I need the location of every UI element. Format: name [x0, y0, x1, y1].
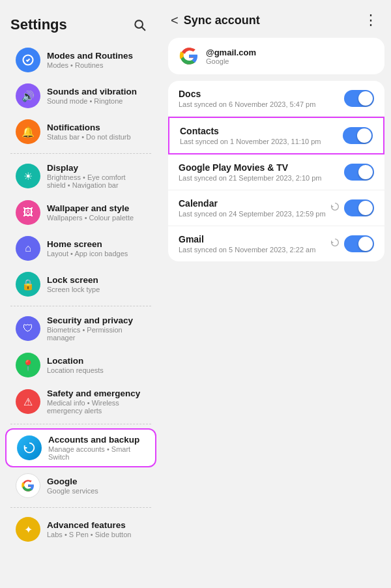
back-button[interactable]: < — [168, 10, 181, 31]
sidebar-item-subtitle-security: Biometrics • Permission manager — [47, 326, 146, 342]
sync-item-date-gmail: Last synced on 5 November 2023, 2:22 am — [179, 246, 315, 254]
modes-icon — [22, 53, 35, 66]
sidebar-item-title-lockscreen: Lock screen — [47, 275, 100, 285]
sidebar-item-google[interactable]: GoogleGoogle services — [5, 468, 156, 503]
svg-line-1 — [142, 27, 145, 31]
sync-refresh-icon-gmail — [330, 237, 340, 250]
sidebar-item-title-wallpaper: Wallpaper and style — [47, 203, 134, 213]
refresh-icon — [330, 237, 340, 248]
sync-item-name-google-play-movies: Google Play Movies & TV — [179, 162, 322, 173]
sidebar-item-icon-homescreen: ⌂ — [16, 236, 40, 261]
accounts-icon — [22, 441, 36, 455]
sync-item-date-contacts: Last synced on 1 November 2023, 11:10 pm — [180, 138, 321, 145]
sync-item-name-gmail: Gmail — [179, 234, 315, 244]
sidebar-item-subtitle-homescreen: Layout • App icon badges — [47, 250, 128, 257]
sidebar-item-subtitle-accounts-backup: Manage accounts • Smart Switch — [48, 445, 145, 461]
sync-items-card: DocsLast synced on 6 November 2023, 5:47… — [168, 81, 384, 261]
sync-item-text-gmail: GmailLast synced on 5 November 2023, 2:2… — [179, 234, 315, 254]
right-panel-header: < Sync account ⋮ — [162, 0, 391, 38]
sync-item-name-contacts: Contacts — [180, 126, 321, 136]
sync-item-docs[interactable]: DocsLast synced on 6 November 2023, 5:47… — [168, 81, 384, 117]
sidebar-item-subtitle-wallpaper: Wallpapers • Colour palette — [47, 214, 134, 222]
sidebar-item-icon-google — [16, 473, 40, 498]
sidebar-item-accounts-backup[interactable]: Accounts and backupManage accounts • Sma… — [5, 428, 156, 467]
sidebar-divider — [10, 306, 151, 306]
sync-item-contacts[interactable]: ContactsLast synced on 1 November 2023, … — [168, 117, 384, 154]
sidebar-item-title-homescreen: Home screen — [47, 239, 128, 249]
sidebar-item-subtitle-sounds-vibration: Sound mode • Ringtone — [47, 97, 137, 105]
sync-item-date-docs: Last synced on 6 November 2023, 5:47 pm — [179, 100, 315, 108]
sync-toggle-gmail[interactable] — [344, 235, 374, 252]
sidebar-item-icon-location: 📍 — [16, 353, 40, 377]
account-email: @gmail.com — [206, 48, 256, 57]
sidebar-item-title-modes-routines: Modes and Routines — [47, 51, 133, 61]
sidebar-item-icon-security: 🛡 — [16, 316, 40, 341]
search-button[interactable] — [128, 13, 151, 37]
account-card: @gmail.com Google — [168, 38, 384, 74]
sidebar-item-icon-lockscreen: 🔒 — [16, 272, 40, 297]
more-options-button[interactable]: ⋮ — [361, 9, 381, 31]
sidebar-item-icon-advanced: ✦ — [16, 517, 40, 542]
sidebar-item-notifications[interactable]: 🔔NotificationsStatus bar • Do not distur… — [5, 114, 156, 149]
page-title: Sync account — [184, 14, 260, 27]
sidebar-item-subtitle-google: Google services — [47, 487, 98, 495]
sidebar-item-safety[interactable]: ⚠Safety and emergencyMedical info • Wire… — [5, 383, 156, 420]
sync-item-text-google-play-movies: Google Play Movies & TVLast synced on 21… — [179, 162, 322, 182]
sync-toggle-google-play-movies[interactable] — [344, 164, 374, 181]
sidebar-item-icon-accounts-backup — [17, 435, 42, 460]
sidebar-item-display[interactable]: ☀DisplayBrightness • Eye comfort shield … — [5, 158, 156, 194]
sidebar-item-subtitle-notifications: Status bar • Do not disturb — [47, 133, 131, 141]
sync-item-text-calendar: CalendarLast synced on 24 September 2023… — [179, 198, 326, 218]
sidebar-item-wallpaper[interactable]: 🖼Wallpaper and styleWallpapers • Colour … — [5, 195, 156, 230]
sidebar-item-subtitle-lockscreen: Screen lock type — [47, 286, 100, 293]
sync-item-name-calendar: Calendar — [179, 198, 326, 209]
sidebar-header: Settings — [0, 7, 162, 42]
sidebar-item-security[interactable]: 🛡Security and privacyBiometrics • Permis… — [5, 310, 156, 347]
sidebar-item-icon-wallpaper: 🖼 — [16, 200, 40, 225]
search-icon — [133, 18, 146, 31]
sidebar-item-title-notifications: Notifications — [47, 123, 131, 132]
sync-item-calendar[interactable]: CalendarLast synced on 24 September 2023… — [168, 190, 384, 226]
sync-item-right-calendar — [330, 199, 374, 216]
sidebar-item-subtitle-display: Brightness • Eye comfort shield • Naviga… — [47, 173, 146, 189]
sidebar-item-subtitle-safety: Medical info • Wireless emergency alerts — [47, 399, 146, 415]
sync-item-gmail[interactable]: GmailLast synced on 5 November 2023, 2:2… — [168, 226, 384, 261]
sidebar-item-icon-sounds-vibration: 🔊 — [16, 83, 40, 108]
right-panel: < Sync account ⋮ @gmail.com Google DocsL… — [162, 0, 391, 588]
sidebar-item-icon-modes-routines — [16, 48, 40, 72]
sidebar-divider — [10, 153, 151, 154]
sync-toggle-contacts[interactable] — [343, 127, 373, 144]
sync-item-date-calendar: Last synced on 24 September 2023, 12:59 … — [179, 210, 326, 218]
sidebar-item-icon-notifications: 🔔 — [16, 119, 40, 144]
sidebar-item-location[interactable]: 📍LocationLocation requests — [5, 347, 156, 383]
sidebar-item-title-security: Security and privacy — [47, 316, 146, 325]
sync-toggle-calendar[interactable] — [344, 199, 374, 216]
sidebar-item-title-display: Display — [47, 163, 146, 173]
sidebar-item-subtitle-location: Location requests — [47, 366, 104, 374]
settings-sidebar: Settings Modes and RoutinesModes • Routi… — [0, 0, 162, 588]
sidebar-item-sounds-vibration[interactable]: 🔊Sounds and vibrationSound mode • Ringto… — [5, 78, 156, 113]
sidebar-item-advanced[interactable]: ✦Advanced featuresLabs • S Pen • Side bu… — [5, 512, 156, 547]
refresh-icon — [330, 201, 340, 212]
sync-item-text-docs: DocsLast synced on 6 November 2023, 5:47… — [179, 89, 315, 108]
sync-item-google-play-movies[interactable]: Google Play Movies & TVLast synced on 21… — [168, 154, 384, 190]
account-type: Google — [206, 57, 256, 65]
sidebar-title: Settings — [10, 16, 67, 33]
sidebar-item-title-google: Google — [47, 477, 98, 486]
sidebar-item-title-accounts-backup: Accounts and backup — [48, 435, 145, 445]
sidebar-item-subtitle-advanced: Labs • S Pen • Side button — [47, 531, 131, 538]
sidebar-item-title-advanced: Advanced features — [47, 520, 131, 530]
google-logo-icon — [179, 46, 199, 66]
sync-item-text-contacts: ContactsLast synced on 1 November 2023, … — [180, 126, 321, 145]
sidebar-item-icon-safety: ⚠ — [16, 389, 40, 414]
sync-item-right-docs — [344, 90, 374, 107]
sidebar-item-lockscreen[interactable]: 🔒Lock screenScreen lock type — [5, 267, 156, 302]
sidebar-item-title-sounds-vibration: Sounds and vibration — [47, 87, 137, 96]
sync-item-name-docs: Docs — [179, 89, 315, 99]
sidebar-item-homescreen[interactable]: ⌂Home screenLayout • App icon badges — [5, 231, 156, 266]
sidebar-item-title-safety: Safety and emergency — [47, 389, 146, 398]
sync-item-right-contacts — [343, 127, 373, 144]
sync-item-right-google-play-movies — [344, 164, 374, 181]
sync-toggle-docs[interactable] — [344, 90, 374, 107]
sidebar-item-modes-routines[interactable]: Modes and RoutinesModes • Routines — [5, 42, 156, 78]
